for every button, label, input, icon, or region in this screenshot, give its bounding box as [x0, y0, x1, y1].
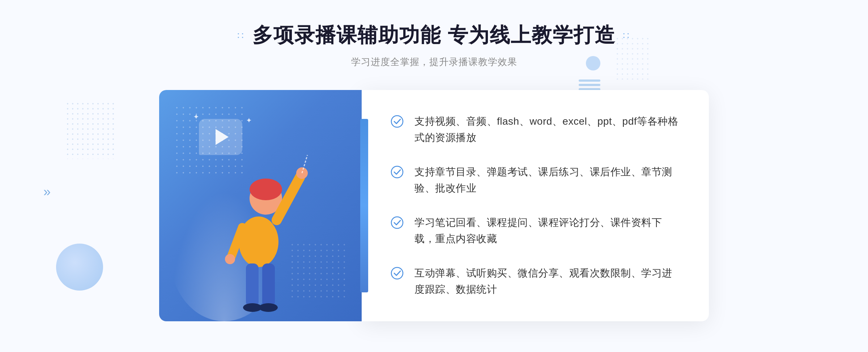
- feature-text-4: 互动弹幕、试听购买、微信分享、观看次数限制、学习进度跟踪、数据统计: [414, 265, 680, 298]
- page-subtitle: 学习进度全掌握，提升录播课教学效果: [237, 56, 631, 68]
- illustration-wrapper: ✦ ✦: [159, 90, 709, 321]
- feature-item-1: 支持视频、音频、flash、word、excel、ppt、pdf等各种格式的资源…: [391, 113, 680, 146]
- title-row: ∷ 多项录播课辅助功能 专为线上教学打造 ∷: [237, 22, 631, 49]
- check-icon-2: [391, 166, 404, 179]
- feature-text-1: 支持视频、音频、flash、word、excel、ppt、pdf等各种格式的资源…: [414, 113, 680, 146]
- main-content: ✦ ✦: [159, 90, 709, 321]
- check-icon-1: [391, 115, 404, 128]
- dots-decoration-left: [65, 101, 116, 159]
- svg-point-13: [391, 166, 403, 178]
- sparkle-icon-1: ✦: [193, 112, 199, 121]
- svg-rect-7: [246, 263, 259, 307]
- person-figure: [195, 141, 318, 321]
- title-dots-right: ∷: [623, 30, 631, 42]
- page-title: 多项录播课辅助功能 专为线上教学打造: [252, 22, 616, 49]
- title-dots-left: ∷: [237, 30, 245, 42]
- svg-rect-8: [262, 263, 275, 307]
- svg-point-10: [259, 303, 278, 312]
- connector-bar: [360, 119, 368, 292]
- svg-point-14: [391, 217, 403, 228]
- header-section: ∷ 多项录播课辅助功能 专为线上教学打造 ∷ 学习进度全掌握，提升录播课教学效果: [237, 22, 631, 68]
- feature-item-2: 支持章节目录、弹题考试、课后练习、课后作业、章节测验、批改作业: [391, 164, 680, 197]
- svg-point-15: [391, 267, 403, 279]
- svg-point-6: [225, 254, 235, 264]
- svg-point-12: [391, 116, 403, 127]
- feature-item-3: 学习笔记回看、课程提问、课程评论打分、课件资料下载，重点内容收藏: [391, 215, 680, 247]
- check-icon-4: [391, 267, 404, 280]
- arrow-decoration-left: »: [43, 184, 51, 199]
- features-card: 支持视频、音频、flash、word、excel、ppt、pdf等各种格式的资源…: [362, 90, 709, 321]
- feature-text-3: 学习笔记回看、课程提问、课程评论打分、课件资料下载，重点内容收藏: [414, 215, 680, 247]
- page-container: » ∷ 多项录播课辅助功能 专为线上教学打造 ∷ 学习进度全掌握，提升录播课教学…: [0, 0, 868, 352]
- circle-decoration-left: [56, 244, 103, 291]
- illustration-card: ✦ ✦: [159, 90, 362, 321]
- sparkle-icon-2: ✦: [246, 116, 252, 125]
- feature-item-4: 互动弹幕、试听购买、微信分享、观看次数限制、学习进度跟踪、数据统计: [391, 265, 680, 298]
- feature-text-2: 支持章节目录、弹题考试、课后练习、课后作业、章节测验、批改作业: [414, 164, 680, 197]
- check-icon-3: [391, 216, 404, 229]
- svg-point-2: [250, 179, 282, 200]
